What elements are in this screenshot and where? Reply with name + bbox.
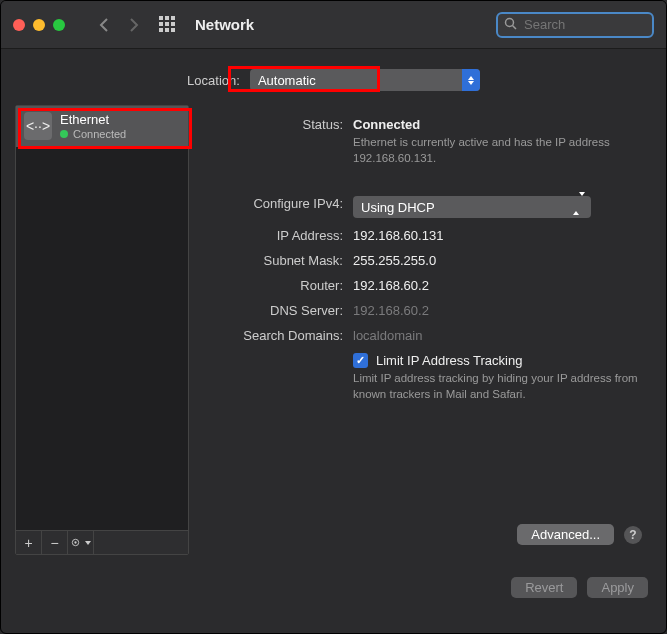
remove-service-button[interactable]: − bbox=[42, 531, 68, 555]
footer: Revert Apply bbox=[1, 565, 666, 598]
status-desc: Ethernet is currently active and has the… bbox=[353, 135, 642, 166]
service-actions-button[interactable] bbox=[68, 531, 94, 555]
titlebar: Network bbox=[1, 1, 666, 49]
subnet-mask-value: 255.255.255.0 bbox=[353, 253, 642, 268]
advanced-button[interactable]: Advanced... bbox=[517, 524, 614, 545]
add-service-button[interactable]: + bbox=[16, 531, 42, 555]
limit-ip-tracking-checkbox[interactable]: ✓ bbox=[353, 353, 368, 368]
back-button[interactable] bbox=[93, 14, 115, 36]
dns-server-value: 192.168.60.2 bbox=[353, 303, 642, 318]
configure-ipv4-value: Using DHCP bbox=[361, 200, 435, 215]
dns-server-label: DNS Server: bbox=[211, 303, 353, 318]
service-name: Ethernet bbox=[60, 112, 126, 128]
subnet-mask-label: Subnet Mask: bbox=[211, 253, 353, 268]
dropdown-arrows-icon bbox=[573, 196, 591, 218]
zoom-button[interactable] bbox=[53, 19, 65, 31]
status-dot-icon bbox=[60, 130, 68, 138]
minimize-button[interactable] bbox=[33, 19, 45, 31]
network-prefpane: Network Location: Automatic <··> Etherne… bbox=[0, 0, 667, 634]
router-value: 192.168.60.2 bbox=[353, 278, 642, 293]
location-dropdown[interactable]: Automatic bbox=[250, 69, 480, 91]
search-input[interactable] bbox=[496, 12, 654, 38]
dropdown-arrows-icon bbox=[462, 69, 480, 91]
ip-address-value: 192.168.60.131 bbox=[353, 228, 642, 243]
forward-button[interactable] bbox=[123, 14, 145, 36]
window-controls bbox=[13, 19, 65, 31]
service-sidebar: <··> Ethernet Connected + − bbox=[15, 105, 189, 555]
configure-ipv4-dropdown[interactable]: Using DHCP bbox=[353, 196, 591, 218]
show-all-icon[interactable] bbox=[159, 16, 177, 34]
service-item-ethernet[interactable]: <··> Ethernet Connected bbox=[16, 106, 188, 147]
window-title: Network bbox=[195, 16, 254, 33]
main-panel: Status: Connected Ethernet is currently … bbox=[201, 105, 652, 555]
search-icon bbox=[504, 17, 517, 33]
close-button[interactable] bbox=[13, 19, 25, 31]
revert-button[interactable]: Revert bbox=[511, 577, 577, 598]
location-value: Automatic bbox=[258, 73, 316, 88]
location-row: Location: Automatic bbox=[1, 49, 666, 105]
svg-point-3 bbox=[74, 541, 76, 543]
location-label: Location: bbox=[187, 73, 240, 88]
status-label: Status: bbox=[211, 117, 353, 166]
service-list: <··> Ethernet Connected bbox=[16, 106, 188, 530]
search-wrap bbox=[496, 12, 654, 38]
status-value: Connected bbox=[353, 117, 642, 132]
configure-ipv4-label: Configure IPv4: bbox=[211, 196, 353, 218]
svg-line-1 bbox=[513, 25, 517, 29]
service-status: Connected bbox=[73, 128, 126, 141]
search-domains-label: Search Domains: bbox=[211, 328, 353, 343]
ip-address-label: IP Address: bbox=[211, 228, 353, 243]
router-label: Router: bbox=[211, 278, 353, 293]
search-domains-value: localdomain bbox=[353, 328, 642, 343]
ethernet-icon: <··> bbox=[24, 112, 52, 140]
help-button[interactable]: ? bbox=[624, 526, 642, 544]
limit-ip-tracking-desc: Limit IP address tracking by hiding your… bbox=[353, 371, 642, 402]
limit-ip-tracking-label: Limit IP Address Tracking bbox=[376, 353, 522, 368]
sidebar-toolbar: + − bbox=[16, 530, 188, 554]
apply-button[interactable]: Apply bbox=[587, 577, 648, 598]
svg-point-0 bbox=[506, 18, 514, 26]
